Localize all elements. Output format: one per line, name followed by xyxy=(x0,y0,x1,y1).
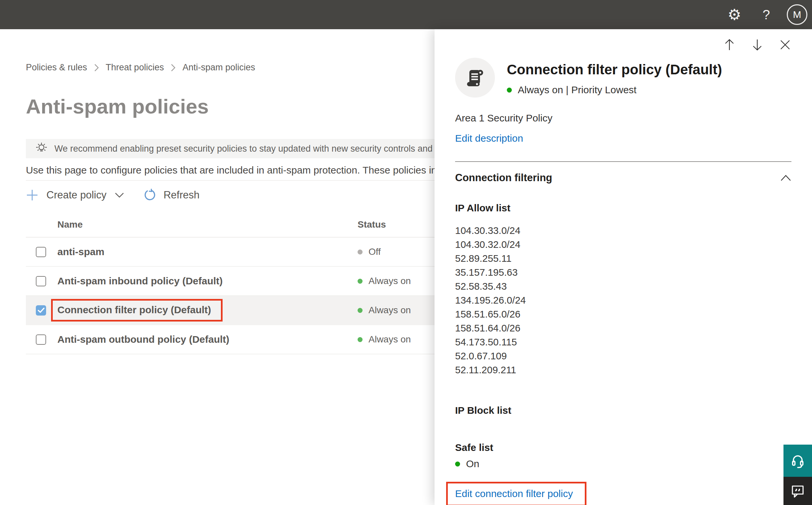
policy-details-panel: Connection filter policy (Default) Alway… xyxy=(434,29,812,505)
refresh-button[interactable]: Refresh xyxy=(143,188,200,202)
policy-scroll-icon xyxy=(455,58,495,98)
panel-nav xyxy=(455,38,791,51)
plus-icon xyxy=(26,189,38,201)
feedback-speech-bubble-icon xyxy=(790,483,805,499)
panel-header: Connection filter policy (Default) Alway… xyxy=(455,58,791,98)
headset-icon xyxy=(790,453,806,469)
ip-allow-list-title: IP Allow list xyxy=(455,202,791,214)
panel-description: Area 1 Security Policy xyxy=(455,112,791,124)
safe-list-status: On xyxy=(455,458,791,470)
ip-entry: 52.58.35.43 xyxy=(455,279,791,293)
row-checkbox[interactable] xyxy=(36,334,46,345)
avatar-initial: M xyxy=(793,9,801,20)
annotation-red-box: Edit connection filter policy xyxy=(446,482,586,505)
status-text: Always on xyxy=(369,305,411,316)
create-policy-label: Create policy xyxy=(46,189,107,201)
panel-header-text: Connection filter policy (Default) Alway… xyxy=(507,58,722,98)
settings-gear-icon[interactable]: ⚙ xyxy=(725,5,744,24)
ip-entry: 52.0.67.109 xyxy=(455,349,791,363)
row-checkbox-checked[interactable] xyxy=(36,305,46,316)
policy-name[interactable]: anti-spam xyxy=(57,246,105,257)
safe-list-title: Safe list xyxy=(455,442,791,453)
ip-entry: 104.30.32.0/24 xyxy=(455,237,791,251)
close-panel-icon[interactable] xyxy=(779,38,791,51)
ip-entry: 158.51.64.0/26 xyxy=(455,321,791,335)
feedback-button[interactable] xyxy=(784,477,812,505)
breadcrumb-policies-rules[interactable]: Policies & rules xyxy=(26,62,87,73)
row-checkbox[interactable] xyxy=(36,247,46,257)
previous-item-arrow-up-icon[interactable] xyxy=(723,38,736,51)
status-text: Always on xyxy=(369,334,411,345)
chevron-up-icon[interactable] xyxy=(780,174,791,181)
column-header-name[interactable]: Name xyxy=(57,219,358,230)
banner-text: We recommend enabling preset security po… xyxy=(54,144,488,154)
status-dot-on xyxy=(358,308,363,313)
ip-entry: 52.89.255.11 xyxy=(455,251,791,266)
status-text: Always on xyxy=(369,276,411,286)
status-dot-on xyxy=(455,462,460,467)
row-checkbox[interactable] xyxy=(36,276,46,286)
status-dot-off xyxy=(358,249,363,255)
refresh-icon xyxy=(143,188,156,202)
breadcrumb-chevron-icon xyxy=(94,63,99,72)
ip-block-list-title: IP Block list xyxy=(455,405,791,416)
policy-name[interactable]: Anti-spam outbound policy (Default) xyxy=(57,334,229,345)
breadcrumb-threat-policies[interactable]: Threat policies xyxy=(106,62,164,73)
section-title: Connection filtering xyxy=(455,172,552,184)
connection-filtering-section-header: Connection filtering xyxy=(455,172,791,184)
next-item-arrow-down-icon[interactable] xyxy=(751,38,764,51)
help-icon[interactable]: ? xyxy=(757,5,776,24)
annotation-red-box: Connection filter policy (Default) xyxy=(51,299,223,322)
panel-title: Connection filter policy (Default) xyxy=(507,61,722,78)
create-policy-button[interactable]: Create policy xyxy=(26,189,125,201)
ip-entry: 158.51.65.0/26 xyxy=(455,307,791,321)
chevron-down-icon xyxy=(115,192,125,198)
status-dot-on xyxy=(358,279,363,284)
breadcrumb-chevron-icon xyxy=(171,63,176,72)
ip-entry: 134.195.26.0/24 xyxy=(455,293,791,307)
status-text: Off xyxy=(369,246,381,257)
refresh-label: Refresh xyxy=(164,189,200,201)
status-dot-on xyxy=(507,88,512,93)
topbar: ⚙ ? M xyxy=(0,0,812,29)
panel-status-line: Always on | Priority Lowest xyxy=(507,84,722,96)
status-dot-on xyxy=(358,337,363,342)
panel-status-text: Always on | Priority Lowest xyxy=(518,84,636,96)
ip-entry: 104.30.33.0/24 xyxy=(455,224,791,237)
panel-divider xyxy=(455,161,791,162)
breadcrumb-anti-spam-policies: Anti-spam policies xyxy=(182,62,255,73)
safe-list-value: On xyxy=(466,458,479,470)
edit-connection-filter-policy-link[interactable]: Edit connection filter policy xyxy=(455,488,573,499)
support-button[interactable] xyxy=(784,445,812,477)
policy-name[interactable]: Connection filter policy (Default) xyxy=(57,304,211,315)
ip-entry: 35.157.195.63 xyxy=(455,266,791,279)
account-avatar[interactable]: M xyxy=(787,4,807,25)
lightbulb-icon xyxy=(35,142,48,155)
ip-entry: 54.173.50.115 xyxy=(455,335,791,349)
policy-name[interactable]: Anti-spam inbound policy (Default) xyxy=(57,276,223,286)
ip-entry: 52.11.209.211 xyxy=(455,363,791,377)
ip-allow-list: 104.30.33.0/24 104.30.32.0/24 52.89.255.… xyxy=(455,224,791,377)
edit-description-link[interactable]: Edit description xyxy=(455,133,523,144)
